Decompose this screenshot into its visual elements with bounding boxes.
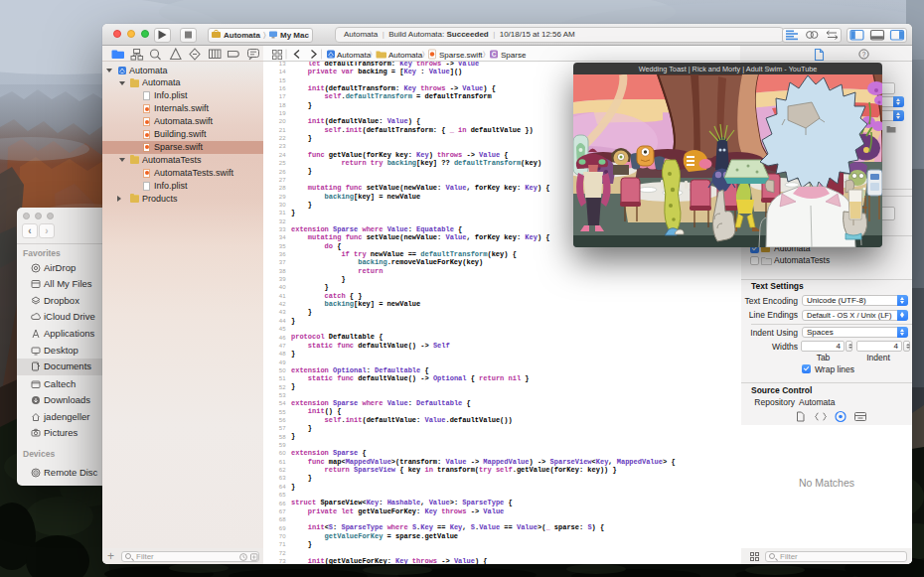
svg-text:Automata: Automata bbox=[224, 31, 260, 40]
svg-text:C: C bbox=[492, 51, 497, 58]
svg-text:〉: 〉 bbox=[422, 50, 425, 59]
svg-text:〉: 〉 bbox=[370, 50, 373, 59]
svg-text:?: ? bbox=[862, 51, 866, 58]
svg-text:Sparse.swift: Sparse.swift bbox=[439, 51, 483, 60]
svg-text:Automata: Automata bbox=[388, 51, 423, 60]
svg-text:Automata: Automata bbox=[337, 51, 372, 60]
svg-text:My Mac: My Mac bbox=[280, 31, 309, 40]
svg-text:〉: 〉 bbox=[263, 31, 266, 40]
svg-text:〉: 〉 bbox=[483, 50, 486, 59]
svg-text:Sparse: Sparse bbox=[501, 51, 527, 60]
svg-text:Wedding Toast | Rick and Morty: Wedding Toast | Rick and Morty | Adult S… bbox=[639, 65, 818, 73]
